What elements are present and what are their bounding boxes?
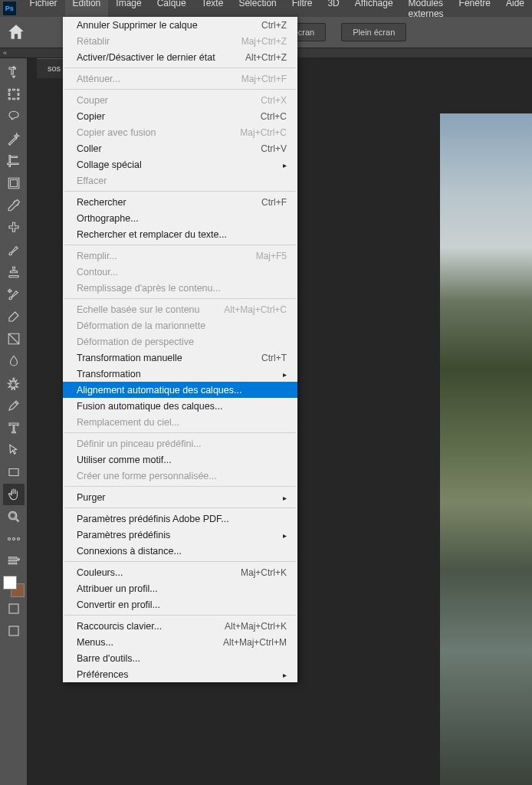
screen-mode-button[interactable] (3, 620, 25, 642)
menu-separator (64, 507, 296, 508)
menu-item-param-tres-pr-d-finis-adobe-pdf[interactable]: Paramètres prédéfinis Adobe PDF... (63, 511, 297, 527)
submenu-arrow-icon (277, 369, 287, 379)
menu-item-copier[interactable]: CopierCtrl+C (63, 108, 297, 124)
more-tool[interactable] (3, 528, 25, 550)
menu-item-utiliser-comme-motif[interactable]: Utiliser comme motif... (63, 452, 297, 468)
menu-item-label: Barre d'outils... (77, 653, 140, 664)
menu-item-rechercher-et-remplacer-du-texte[interactable]: Rechercher et remplacer du texte... (63, 226, 297, 242)
menu-item-label: Créer une forme personnalisée... (77, 471, 217, 481)
menu-item-label: Préférences (77, 669, 128, 680)
wand-tool[interactable] (3, 128, 25, 149)
move-tool[interactable] (3, 61, 25, 83)
menu-item-activer-d-sactiver-le-dernier-tat[interactable]: Activer/Désactiver le dernier étatAlt+Ct… (63, 49, 297, 65)
menu-item-raccourcis-clavier[interactable]: Raccourcis clavier...Alt+Maj+Ctrl+K (63, 618, 297, 634)
crop-tool[interactable] (3, 150, 25, 172)
menu-item-label: Fusion automatique des calques... (77, 401, 222, 412)
menu-item-att-nuer: Atténuer...Maj+Ctrl+F (63, 71, 297, 87)
menu-item-label: Définir un pinceau prédéfini... (77, 438, 202, 449)
menu-item-d-finir-un-pinceau-pr-d-fini: Définir un pinceau prédéfini... (63, 435, 297, 452)
menu-item-param-tres-pr-d-finis[interactable]: Paramètres prédéfinis (63, 527, 297, 543)
menu-item-label: Rechercher (77, 197, 126, 208)
menu-fenêtre[interactable]: Fenêtre (452, 0, 498, 21)
menu-item-label: Activer/Désactiver le dernier état (77, 52, 215, 63)
menu-item-label: Remplissage d'après le contenu... (77, 283, 221, 294)
menu-item-label: Atténuer... (77, 74, 120, 84)
menu-item-d-formation-de-la-marionnette: Déformation de la marionnette (63, 317, 297, 333)
menu-item-couleurs[interactable]: Couleurs...Maj+Ctrl+K (63, 564, 297, 580)
menu-item-r-tablir: RétablirMaj+Ctrl+Z (63, 33, 297, 49)
eyedropper-tool[interactable] (3, 195, 25, 216)
menu-item-transformation-manuelle[interactable]: Transformation manuelleCtrl+T (63, 350, 297, 366)
rectangle-tool[interactable] (3, 461, 25, 483)
menu-item-pr-f-rences[interactable]: Préférences (63, 666, 297, 682)
fullscreen-button[interactable]: Plein écran (341, 23, 406, 41)
menu-item-label: Contour... (77, 267, 118, 278)
menu-item-attribuer-un-profil[interactable]: Attribuer un profil... (63, 580, 297, 596)
history-brush-tool[interactable] (3, 284, 25, 305)
menu-item-purger[interactable]: Purger (63, 489, 297, 505)
menu-item-fusion-automatique-des-calques[interactable]: Fusion automatique des calques... (63, 398, 297, 414)
menu-aide[interactable]: Aide (498, 0, 532, 21)
menu-item-label: Effacer (77, 176, 107, 186)
menu-item-label: Déformation de perspective (77, 337, 194, 347)
quick-mask-button[interactable] (3, 598, 25, 619)
menu-separator (64, 615, 296, 616)
menu-item-contour: Contour... (63, 264, 297, 280)
dodge-tool[interactable] (3, 373, 25, 394)
menu-fichier[interactable]: Fichier (22, 0, 65, 21)
frame-tool[interactable] (3, 172, 25, 194)
menu-item-menus[interactable]: Menus...Alt+Maj+Ctrl+M (63, 634, 297, 650)
blur-tool[interactable] (3, 350, 25, 372)
menu-item-rechercher[interactable]: RechercherCtrl+F (63, 194, 297, 210)
gradient-tool[interactable] (3, 328, 25, 350)
healing-tool[interactable] (3, 217, 25, 238)
menu-item-orthographe[interactable]: Orthographe... (63, 210, 297, 226)
menu-item-label: Paramètres prédéfinis (77, 530, 170, 540)
menu-item-barre-d-outils[interactable]: Barre d'outils... (63, 650, 297, 666)
hand-tool[interactable] (3, 484, 25, 505)
menu-item-remplissage-d-apr-s-le-contenu: Remplissage d'après le contenu... (63, 280, 297, 296)
menu-modules externes[interactable]: Modules externes (401, 0, 452, 21)
menu-shortcut: Alt+Maj+Ctrl+C (224, 304, 287, 315)
menu-item-coller[interactable]: CollerCtrl+V (63, 140, 297, 156)
svg-rect-0 (9, 604, 18, 613)
edit-toolbar-tool[interactable] (3, 550, 25, 572)
type-tool[interactable] (3, 417, 25, 438)
menu-item-label: Rétablir (77, 36, 110, 47)
menu-shortcut: Maj+Ctrl+K (241, 567, 287, 578)
menu-item-label: Copier (77, 111, 105, 122)
menu-item-connexions-distance[interactable]: Connexions à distance... (63, 543, 297, 559)
menu-item-label: Coller (77, 143, 102, 154)
menu-item-effacer: Effacer (63, 172, 297, 189)
pen-tool[interactable] (3, 395, 25, 416)
menu-item-convertir-en-profil[interactable]: Convertir en profil... (63, 596, 297, 613)
menu-item-label: Déformation de la marionnette (77, 320, 205, 331)
menu-item-label: Attribuer un profil... (77, 583, 158, 594)
menu-item-label: Echelle basée sur le contenu (77, 304, 200, 315)
menu-item-transformation[interactable]: Transformation (63, 366, 297, 382)
menu-item-collage-sp-cial[interactable]: Collage spécial (63, 156, 297, 172)
marquee-tool[interactable] (3, 84, 25, 105)
menu-item-cr-er-une-forme-personnalis-e: Créer une forme personnalisée... (63, 468, 297, 484)
menu-item-annuler-supprimer-le-calque[interactable]: Annuler Supprimer le calqueCtrl+Z (63, 17, 297, 33)
eraser-tool[interactable] (3, 306, 25, 327)
menu-shortcut: Alt+Maj+Ctrl+M (223, 637, 287, 648)
home-icon[interactable] (6, 22, 26, 42)
path-select-tool[interactable] (3, 439, 25, 461)
lasso-tool[interactable] (3, 106, 25, 127)
menu-item-label: Couleurs... (77, 567, 123, 578)
brush-tool[interactable] (3, 239, 25, 261)
menu-3d[interactable]: 3D (320, 0, 346, 21)
menu-item-alignement-automatique-des-calques[interactable]: Alignement automatique des calques... (63, 382, 297, 398)
color-swatches[interactable] (3, 576, 25, 597)
submenu-arrow-icon (277, 530, 287, 540)
menu-item-label: Connexions à distance... (77, 546, 182, 557)
menu-affichage[interactable]: Affichage (347, 0, 401, 21)
menu-item-label: Rechercher et remplacer du texte... (77, 229, 227, 240)
zoom-tool[interactable] (3, 506, 25, 527)
stamp-tool[interactable] (3, 261, 25, 283)
menu-item-label: Orthographe... (77, 213, 139, 224)
menu-item-label: Convertir en profil... (77, 599, 160, 610)
menubar: Ps FichierEditionImageCalqueTexteSélecti… (0, 0, 532, 17)
toolbox (0, 58, 28, 785)
